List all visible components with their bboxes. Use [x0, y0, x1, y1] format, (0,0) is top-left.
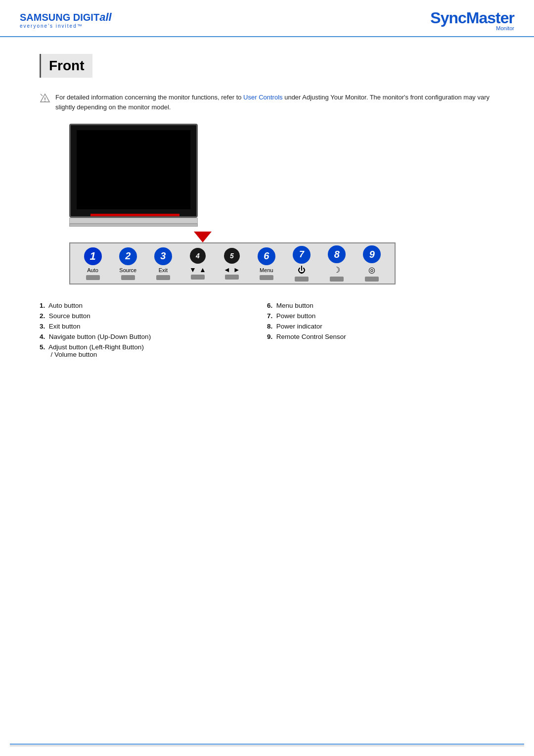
btn-circle-1: 1 — [84, 247, 102, 265]
monitor-body — [69, 124, 198, 218]
btn-label-sensor: ◎ — [368, 265, 375, 275]
features-col-right: 6. Menu button 7. Power button 8. Power … — [267, 300, 494, 360]
list-item-9: 9. Remote Control Sensor — [267, 331, 494, 342]
btn-label-exit: Exit — [159, 267, 168, 273]
button-3-exit[interactable]: 3 Exit — [154, 247, 172, 280]
all-part: all — [99, 12, 111, 23]
btn-label-auto: Auto — [87, 267, 98, 273]
samsung-brand-text: SAMSUNG — [20, 12, 70, 22]
button-2-source[interactable]: 2 Source — [119, 247, 137, 280]
list-item-1: 1. Auto button — [40, 300, 267, 311]
list-item-4: 4. Navigate button (Up-Down Button) — [40, 331, 267, 342]
btn-label-source: Source — [119, 267, 136, 273]
btn-circle-5: 5 — [224, 248, 240, 264]
btn-up-arrow: ▲ — [199, 266, 206, 274]
btn-label-menu: Menu — [260, 267, 273, 273]
note-before-link: For detailed information concerning the … — [55, 94, 243, 101]
note-text: For detailed information concerning the … — [55, 93, 494, 112]
button-6-menu[interactable]: 6 Menu — [258, 247, 275, 280]
btn-indicator-8 — [330, 277, 344, 282]
button-5-adjust[interactable]: 5 ◄ ► — [223, 248, 240, 280]
monitor-screen — [77, 130, 190, 209]
svg-line-3 — [41, 94, 43, 96]
btn-label-indicator: ☽ — [333, 265, 340, 275]
monitor-red-bar — [90, 214, 179, 216]
btn-indicator-9 — [365, 277, 379, 282]
btn-circle-6: 6 — [258, 247, 275, 265]
btn-indicator-4 — [191, 275, 205, 280]
footer-section — [0, 744, 534, 746]
list-item-3: 3. Exit button — [40, 321, 267, 331]
monitor-base-strip — [69, 218, 198, 224]
monitor-diagram — [69, 124, 198, 227]
btn-circle-9: 9 — [363, 245, 381, 263]
btn-indicator-3 — [156, 275, 170, 280]
samsung-tagline: everyone's invited™ — [20, 24, 112, 29]
page-header: SAMSUNG DIGITall everyone's invited™ Syn… — [0, 0, 534, 37]
arrow-container — [54, 232, 381, 242]
page-title-section: Front — [0, 37, 534, 78]
button-bar: 1 Auto 2 Source 3 Exit 4 ▼ ▲ — [69, 242, 396, 284]
button-9-sensor[interactable]: 9 ◎ — [363, 245, 381, 282]
syncmaster-logo: SyncMaster Monitor — [430, 9, 514, 31]
btn-label-power: ⏻ — [298, 266, 306, 275]
svg-point-2 — [44, 101, 45, 102]
button-4-navigate[interactable]: 4 ▼ ▲ — [189, 248, 206, 280]
list-item-6: 6. Menu button — [267, 300, 494, 311]
list-item-2: 2. Source button — [40, 311, 267, 321]
button-1-auto[interactable]: 1 Auto — [84, 247, 102, 280]
btn-circle-4: 4 — [190, 248, 206, 264]
btn-indicator-7 — [295, 277, 309, 282]
main-content: For detailed information concerning the … — [0, 78, 534, 375]
btn-left-arrow: ◄ — [223, 266, 230, 274]
page-title-bar: Front — [40, 54, 92, 78]
list-item-8: 8. Power indicator — [267, 321, 494, 331]
btn-circle-3: 3 — [154, 247, 172, 265]
btn-circle-8: 8 — [328, 245, 346, 263]
list-item-7: 7. Power button — [267, 311, 494, 321]
note-box: For detailed information concerning the … — [40, 93, 494, 112]
btn-circle-7: 7 — [293, 246, 311, 264]
samsung-logo: SAMSUNG DIGITall everyone's invited™ — [20, 12, 112, 29]
features-list-right: 6. Menu button 7. Power button 8. Power … — [267, 300, 494, 342]
syncmaster-text: SyncMaster — [430, 9, 514, 27]
page-title: Front — [49, 58, 85, 74]
button-7-power[interactable]: 7 ⏻ — [293, 246, 311, 282]
list-item-5: 5. Adjust button (Left-Right Button) / V… — [40, 342, 267, 360]
button-8-indicator[interactable]: 8 ☽ — [328, 245, 346, 282]
features-list-left: 1. Auto button 2. Source button 3. Exit … — [40, 300, 267, 360]
features-col-left: 1. Auto button 2. Source button 3. Exit … — [40, 300, 267, 360]
btn-indicator-1 — [86, 275, 100, 280]
footer-line — [10, 744, 524, 746]
btn-indicator-6 — [260, 275, 273, 280]
digit-part: DIGIT — [73, 12, 99, 22]
btn-indicator-2 — [121, 275, 135, 280]
user-controls-link[interactable]: User Controls — [243, 94, 282, 101]
features-list: 1. Auto button 2. Source button 3. Exit … — [40, 300, 494, 360]
note-icon — [40, 93, 50, 104]
down-arrow-icon — [194, 232, 212, 242]
btn-down-arrow: ▼ — [189, 266, 196, 274]
monitor-base-bottom — [69, 224, 198, 227]
btn-circle-2: 2 — [119, 247, 137, 265]
btn-right-arrow: ► — [233, 266, 240, 274]
btn-indicator-5 — [225, 275, 239, 280]
